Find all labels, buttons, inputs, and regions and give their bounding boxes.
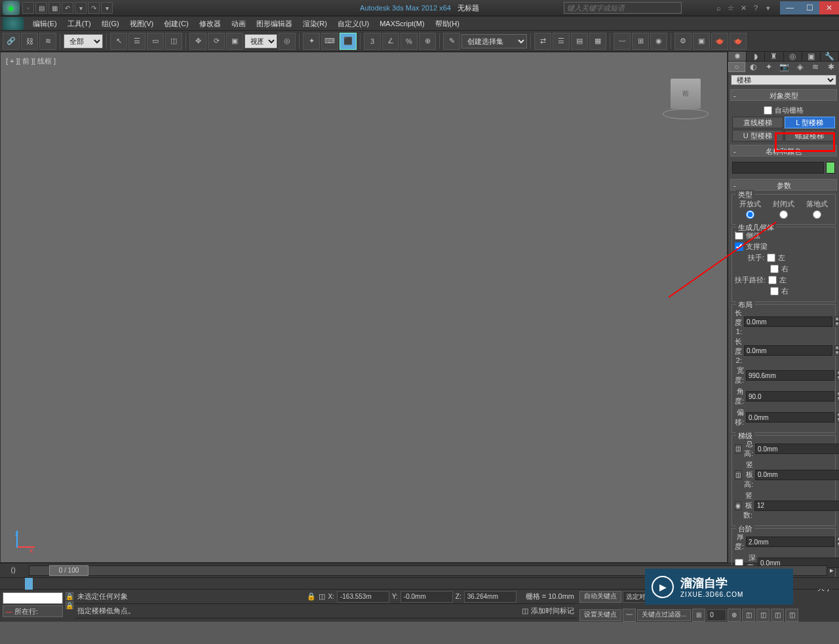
systems-icon[interactable]: ✱ <box>823 62 839 72</box>
key-mode-icon[interactable]: 〰 <box>623 609 636 622</box>
save-icon[interactable]: ▦ <box>49 2 60 14</box>
select-region-icon[interactable]: ▭ <box>147 33 164 50</box>
maximize-button[interactable]: ☐ <box>800 1 819 14</box>
closed-radio[interactable] <box>779 210 788 219</box>
nav5-icon[interactable]: ◫ <box>742 609 755 622</box>
key-toggle-icon[interactable]: ⊞ <box>692 609 705 622</box>
open-radio[interactable] <box>746 210 754 219</box>
len1-input[interactable] <box>744 316 832 327</box>
handrail-left-checkbox[interactable] <box>767 254 775 262</box>
selection-filter[interactable]: 全部 <box>64 34 103 48</box>
search-input[interactable] <box>564 2 682 14</box>
menu-help[interactable]: 帮助(H) <box>430 16 465 31</box>
minimize-button[interactable]: — <box>780 1 800 14</box>
pivot-icon[interactable]: ◎ <box>279 33 296 50</box>
thick-input[interactable] <box>746 537 834 547</box>
menu-maxscript[interactable]: MAXScript(M) <box>374 16 429 31</box>
offset-down[interactable]: ▼ <box>836 417 839 423</box>
keyboard-icon[interactable]: ⌨ <box>321 33 338 50</box>
named-sel-icon[interactable]: ✎ <box>443 33 460 50</box>
help-icon[interactable]: ? <box>751 3 761 13</box>
rollout-params[interactable]: 参数 <box>730 179 837 191</box>
percent-snap-icon[interactable]: % <box>400 33 418 50</box>
time-config-icon[interactable]: ⟨⟩ <box>0 566 26 575</box>
count-input[interactable] <box>754 501 839 511</box>
spiral-stair-button[interactable]: 螺旋楼梯 <box>785 130 836 142</box>
render-prod-icon[interactable]: 🫖 <box>730 33 747 50</box>
hierarchy-tab-icon[interactable]: ♜ <box>765 52 783 61</box>
lock-riser-icon[interactable]: ◫ <box>735 470 742 480</box>
y-coord-input[interactable] <box>400 591 453 603</box>
thick-down[interactable]: ▼ <box>836 542 839 547</box>
width-up[interactable]: ▲ <box>836 370 839 375</box>
utilities-tab-icon[interactable]: 🔧 <box>821 52 839 61</box>
layers-icon[interactable]: ▤ <box>571 33 588 50</box>
menu-grapheditor[interactable]: 图形编辑器 <box>251 16 298 31</box>
handrail-right-checkbox[interactable] <box>770 265 779 273</box>
render-setup-icon[interactable]: ⚙ <box>674 33 692 50</box>
scale-icon[interactable]: ▣ <box>226 33 243 50</box>
lock2-icon[interactable]: 🔒 <box>66 601 73 609</box>
lights-icon[interactable]: ✦ <box>761 62 777 72</box>
lock-selection-icon[interactable]: 🔒 <box>307 592 316 601</box>
auto-grid-checkbox[interactable] <box>764 106 772 115</box>
window-crossing-icon[interactable]: ◫ <box>165 33 182 50</box>
app-logo[interactable] <box>3 17 24 30</box>
rollout-object-type[interactable]: 对象类型 <box>730 89 837 101</box>
time-thumb[interactable]: 0 / 100 <box>49 565 88 576</box>
app-icon[interactable]: ◉ <box>3 1 20 15</box>
len1-up[interactable]: ▲ <box>834 316 839 322</box>
set-key-button[interactable]: 设置关键点 <box>579 609 621 621</box>
redo-icon[interactable]: ↷ <box>88 2 100 14</box>
x-coord-input[interactable] <box>337 591 389 603</box>
menu-tools[interactable]: 工具(T) <box>62 16 96 31</box>
menu-render[interactable]: 渲染(R) <box>298 16 332 31</box>
object-name-input[interactable] <box>732 162 824 174</box>
iso-icon[interactable]: ◫ <box>319 592 325 601</box>
dropdown-icon[interactable]: ▾ <box>763 3 773 13</box>
time-config2-icon[interactable]: ⊕ <box>728 609 741 622</box>
menu-custom[interactable]: 自定义(U) <box>332 16 374 31</box>
path-left-checkbox[interactable] <box>768 276 777 284</box>
cameras-icon[interactable]: 📷 <box>777 62 792 72</box>
new-icon[interactable]: ▫ <box>22 2 34 14</box>
viewcube[interactable]: 前 <box>671 79 701 109</box>
render-frame-icon[interactable]: ▣ <box>693 33 710 50</box>
select-name-icon[interactable]: ☰ <box>128 33 146 50</box>
schematic-icon[interactable]: ⊞ <box>632 33 649 50</box>
box-radio[interactable] <box>813 210 821 219</box>
len2-up[interactable]: ▲ <box>834 345 839 350</box>
align-icon[interactable]: ☰ <box>553 33 570 50</box>
menu-modifier[interactable]: 修改器 <box>194 16 226 31</box>
shapes-icon[interactable]: ◐ <box>745 62 761 72</box>
modify-tab-icon[interactable]: ◗ <box>747 52 765 61</box>
width-down[interactable]: ▼ <box>836 375 839 381</box>
geometry-icon[interactable]: ○ <box>728 62 745 72</box>
create-tab-icon[interactable]: ✹ <box>728 52 747 61</box>
lock-icon[interactable]: 🔒 <box>66 592 73 600</box>
straight-stair-button[interactable]: 直线楼梯 <box>732 117 783 128</box>
curve-editor-icon[interactable]: 〰 <box>614 33 631 50</box>
spinner-snap-icon[interactable]: ⊕ <box>419 33 436 50</box>
move-icon[interactable]: ✥ <box>189 33 206 50</box>
len1-down[interactable]: ▼ <box>834 322 839 327</box>
key-filter-button[interactable]: 关键点过滤器... <box>637 609 691 621</box>
mirror-icon[interactable]: ⇄ <box>534 33 551 50</box>
track-handle[interactable] <box>25 578 33 590</box>
nav6-icon[interactable]: ◫ <box>756 609 770 622</box>
l-stair-button[interactable]: L 型楼梯 <box>785 117 836 128</box>
z-coord-input[interactable] <box>464 591 517 603</box>
time-tag-icon[interactable]: ◫ <box>522 607 528 615</box>
rollout-name-color[interactable]: 名称和颜色 <box>730 145 837 157</box>
nav8-icon[interactable]: ◫ <box>785 609 798 622</box>
offset-up[interactable]: ▲ <box>836 412 839 417</box>
u-stair-button[interactable]: U 型楼梯 <box>732 130 783 142</box>
favorite-icon[interactable]: ☆ <box>726 3 736 13</box>
helpers-icon[interactable]: ◈ <box>792 62 808 72</box>
spacewarps-icon[interactable]: ≋ <box>808 62 823 72</box>
viewport[interactable]: [ + ][ 前 ][ 线框 ] 前 zx <box>0 52 728 563</box>
script-listener[interactable] <box>3 592 63 604</box>
total-input[interactable] <box>755 444 839 454</box>
link-icon[interactable]: 🔗 <box>3 33 20 50</box>
material-icon[interactable]: ◉ <box>650 33 667 50</box>
